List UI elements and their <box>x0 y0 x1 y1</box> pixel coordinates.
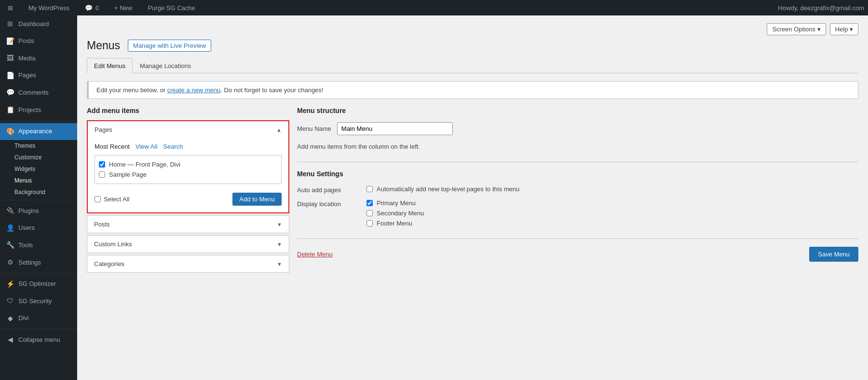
select-all-checkbox[interactable] <box>95 196 101 202</box>
create-new-menu-link[interactable]: create a new menu <box>167 86 221 94</box>
sidebar-item-themes[interactable]: Themes <box>0 140 77 152</box>
purge-cache[interactable]: Purge SG Cache <box>144 0 199 15</box>
select-all-label[interactable]: Select All <box>95 196 129 203</box>
save-menu-button[interactable]: Save Menu <box>809 247 858 262</box>
screen-options-button[interactable]: Screen Options ▾ <box>767 23 826 35</box>
structure-description: Add menu items from the column on the le… <box>297 143 858 150</box>
wp-icon: ⊞ <box>8 4 13 12</box>
menu-name-input[interactable] <box>337 122 453 135</box>
sidebar-item-menus[interactable]: Menus <box>0 175 77 186</box>
tab-edit-menus[interactable]: Edit Menus <box>87 58 133 73</box>
sidebar-item-plugins[interactable]: 🔌 Plugins <box>0 202 77 220</box>
checklist-item-sample[interactable]: Sample Page <box>99 169 277 180</box>
sidebar-item-widgets[interactable]: Widgets <box>0 163 77 175</box>
tab-search[interactable]: Search <box>163 143 183 150</box>
menu-separator-2 <box>0 200 77 200</box>
home-checkbox[interactable] <box>99 161 105 168</box>
comments-icon: 💬 <box>85 4 93 12</box>
sidebar-item-media[interactable]: 🖼 Media <box>0 50 77 67</box>
sidebar-item-users[interactable]: 👤 Users <box>0 220 77 237</box>
divi-icon: ◆ <box>6 314 14 324</box>
sidebar-item-posts[interactable]: 📝 Posts <box>0 33 77 50</box>
wp-logo[interactable]: ⊞ <box>4 0 17 15</box>
sidebar-item-collapse[interactable]: ◀ Collapse menu <box>0 331 77 349</box>
sidebar-item-comments[interactable]: 💬 Comments <box>0 84 77 101</box>
display-location-label: Display location <box>297 199 355 208</box>
delete-menu-link[interactable]: Delete Menu <box>297 251 333 258</box>
sidebar-item-settings[interactable]: ⚙ Settings <box>0 254 77 271</box>
admin-bar: ⊞ My WordPress 💬 0 + New Purge SG Cache … <box>0 0 868 15</box>
live-preview-button[interactable]: Manage with Live Preview <box>128 40 211 52</box>
new-content[interactable]: + New <box>110 0 136 15</box>
appearance-icon: 🎨 <box>6 127 14 137</box>
sidebar-item-sg-security[interactable]: 🛡 SG Security <box>0 293 77 310</box>
sidebar: ⊞ Dashboard 📝 Posts 🖼 Media 📄 Pages 💬 Co… <box>0 15 77 380</box>
sidebar-item-appearance[interactable]: 🎨 Appearance <box>0 123 77 141</box>
primary-menu-checkbox[interactable] <box>366 200 373 206</box>
display-location-row: Display location Primary Menu Secondary … <box>297 199 858 227</box>
howdy-text: Howdy, deezgrafix@gmail.com <box>778 4 864 12</box>
auto-add-label: Auto add pages <box>297 185 355 194</box>
sidebar-item-sg-optimizer[interactable]: ⚡ SG Optimizer <box>0 276 77 293</box>
accordion-pages: Pages ▲ Most Recent View All S <box>87 120 289 213</box>
page-heading: Menus Manage with Live Preview <box>87 39 858 52</box>
users-icon: 👤 <box>6 224 14 233</box>
sg-optimizer-icon: ⚡ <box>6 280 14 289</box>
site-name[interactable]: My WordPress <box>25 0 73 15</box>
add-to-menu-button[interactable]: Add to Menu <box>232 193 282 206</box>
sidebar-item-pages[interactable]: 📄 Pages <box>0 67 77 84</box>
sidebar-item-projects[interactable]: 📋 Projects <box>0 101 77 119</box>
main-content: Screen Options ▾ Help ▾ Menus Manage wit… <box>77 15 868 380</box>
menu-separator-3 <box>0 273 77 274</box>
comments-sidebar-icon: 💬 <box>6 88 14 98</box>
auto-add-control[interactable]: Automatically add new top-level pages to… <box>366 185 519 193</box>
media-icon: 🖼 <box>6 54 14 63</box>
tab-most-recent[interactable]: Most Recent <box>95 143 130 150</box>
chevron-down-icon-3: ▼ <box>277 261 282 267</box>
checklist-item-home[interactable]: Home — Front Page, Divi <box>99 159 277 169</box>
secondary-menu-control[interactable]: Secondary Menu <box>366 210 424 217</box>
sidebar-item-tools[interactable]: 🔧 Tools <box>0 237 77 254</box>
primary-menu-control[interactable]: Primary Menu <box>366 199 424 207</box>
sample-checkbox[interactable] <box>99 171 105 178</box>
accordion-custom-links: Custom Links ▼ <box>87 235 289 253</box>
auto-add-row: Auto add pages Automatically add new top… <box>297 185 858 194</box>
menu-name-label: Menu Name <box>297 125 331 132</box>
footer-menu-checkbox[interactable] <box>366 220 373 226</box>
comments-link[interactable]: 💬 0 <box>81 0 103 15</box>
accordion-pages-footer: Select All Add to Menu <box>95 189 282 206</box>
accordion-categories-header[interactable]: Categories ▼ <box>87 255 289 272</box>
menu-separator <box>0 121 77 121</box>
menu-structure-title: Menu structure <box>297 107 858 114</box>
help-button[interactable]: Help ▾ <box>830 23 858 35</box>
sidebar-item-divi[interactable]: ◆ Divi <box>0 310 77 327</box>
menu-editor: Add menu items Pages ▲ Most Recent <box>87 107 858 275</box>
footer-menu-control[interactable]: Footer Menu <box>366 220 424 227</box>
chevron-up-icon: ▲ <box>276 127 282 133</box>
menu-settings-title: Menu Settings <box>297 162 858 178</box>
notice-bar: Edit your menu below, or create a new me… <box>87 81 858 99</box>
page-title: Menus <box>87 39 120 52</box>
chevron-down-icon-2: ▼ <box>277 241 282 247</box>
top-bar: Screen Options ▾ Help ▾ <box>87 23 858 35</box>
tab-manage-locations[interactable]: Manage Locations <box>133 58 198 73</box>
tab-view-all[interactable]: View All <box>136 143 157 150</box>
accordion-categories: Categories ▼ <box>87 255 289 273</box>
pages-checklist: Home — Front Page, Divi Sample Page <box>95 155 282 184</box>
secondary-menu-checkbox[interactable] <box>366 210 373 216</box>
auto-add-checkbox[interactable] <box>366 186 373 192</box>
sg-security-icon: 🛡 <box>6 296 14 306</box>
sidebar-item-customize[interactable]: Customize <box>0 152 77 163</box>
menu-submit-bar: Delete Menu Save Menu <box>297 239 858 262</box>
pages-icon: 📄 <box>6 71 14 81</box>
menu-structure-panel: Menu structure Menu Name Add menu items … <box>297 107 858 262</box>
accordion-posts-header[interactable]: Posts ▼ <box>87 216 289 233</box>
accordion-custom-links-header[interactable]: Custom Links ▼ <box>87 236 289 253</box>
settings-icon: ⚙ <box>6 258 14 267</box>
accordion-pages-header[interactable]: Pages ▲ <box>88 121 288 138</box>
menu-name-row: Menu Name <box>297 122 858 135</box>
dashboard-icon: ⊞ <box>6 19 14 29</box>
tools-icon: 🔧 <box>6 240 14 250</box>
sidebar-item-background[interactable]: Background <box>0 186 77 198</box>
sidebar-item-dashboard[interactable]: ⊞ Dashboard <box>0 15 77 33</box>
